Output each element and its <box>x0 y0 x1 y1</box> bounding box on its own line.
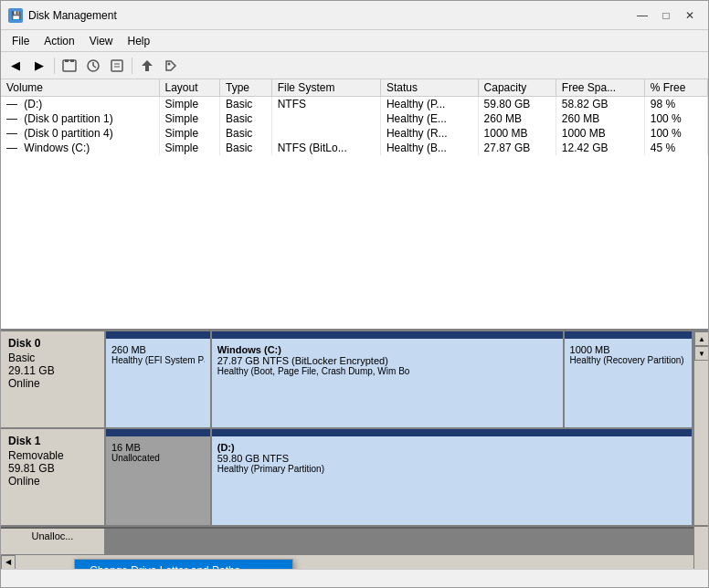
disk0-name: Disk 0 <box>8 337 97 350</box>
table-cell-0-5: 59.80 GB <box>478 97 556 112</box>
title-bar-controls: — □ ✕ <box>631 6 701 25</box>
disk0-partition-2[interactable]: Windows (C:) 27.87 GB NTFS (BitLocker En… <box>212 331 565 427</box>
context-menu: Change Drive Letter and Paths... Eject P… <box>74 559 293 569</box>
svg-rect-2 <box>70 59 74 62</box>
context-menu-item-0[interactable]: Change Drive Letter and Paths... <box>75 560 292 569</box>
col-fs[interactable]: File System <box>271 79 380 97</box>
table-cell-1-0: — (Disk 0 partition 1) <box>1 111 159 126</box>
window-title: Disk Management <box>28 9 631 22</box>
unallocated-label: Unalloc... <box>1 529 106 556</box>
close-button[interactable]: ✕ <box>679 6 701 25</box>
status-bar <box>1 569 708 587</box>
svg-line-5 <box>93 66 96 68</box>
table-cell-2-1: Simple <box>159 126 220 141</box>
table-row[interactable]: — (D:)SimpleBasicNTFSHealthy (P...59.80 … <box>1 97 708 112</box>
menu-file[interactable]: File <box>5 30 37 51</box>
disk1-partition-1[interactable]: 16 MB Unallocated <box>106 429 212 525</box>
table-cell-0-6: 58.82 GB <box>556 97 644 112</box>
table-cell-3-6: 12.42 GB <box>556 141 644 155</box>
table-cell-2-7: 100 % <box>644 126 707 141</box>
disk1-size: 59.81 GB <box>8 462 97 475</box>
col-free[interactable]: Free Spa... <box>556 79 644 97</box>
table-cell-1-5: 260 MB <box>478 111 556 126</box>
main-window: 💾 Disk Management — □ ✕ File Action View… <box>0 0 709 588</box>
unallocated-area <box>106 529 693 554</box>
disk1-state: Online <box>8 475 97 488</box>
disk1-p1-status: Unallocated <box>111 453 205 463</box>
disk0-p2-size: 27.87 GB NTFS (BitLocker Encrypted) <box>217 355 557 366</box>
volume-table: Volume Layout Type File System Status Ca… <box>1 79 708 155</box>
toolbar-sep-2 <box>132 58 132 74</box>
scroll-down-btn[interactable]: ▼ <box>694 346 708 361</box>
col-type[interactable]: Type <box>220 79 272 97</box>
svg-point-9 <box>168 62 171 65</box>
disk0-p3-size: 1000 MB <box>570 344 686 355</box>
table-cell-2-5: 1000 MB <box>478 126 556 141</box>
disk0-partition-1[interactable]: 260 MB Healthy (EFI System Par <box>106 331 212 427</box>
table-cell-3-5: 27.87 GB <box>478 141 556 155</box>
table-cell-0-7: 98 % <box>644 97 707 112</box>
table-cell-0-0: — (D:) <box>1 97 159 112</box>
table-cell-2-2: Basic <box>220 126 272 141</box>
menu-view[interactable]: View <box>82 30 121 51</box>
disk0-partition-3[interactable]: 1000 MB Healthy (Recovery Partition) <box>565 331 693 427</box>
disk1-name: Disk 1 <box>8 435 97 447</box>
table-cell-3-0: — Windows (C:) <box>1 141 159 155</box>
col-capacity[interactable]: Capacity <box>478 79 556 97</box>
unallocated-text: Unalloc... <box>32 530 74 541</box>
disk0-label: Disk 0 Basic 29.11 GB Online <box>1 331 106 427</box>
table-cell-2-0: — (Disk 0 partition 4) <box>1 126 159 141</box>
toolbar-back[interactable]: ◀ <box>5 55 26 77</box>
table-cell-3-3: NTFS (BitLo... <box>271 141 380 155</box>
menu-action[interactable]: Action <box>37 30 81 51</box>
disk0-row: Disk 0 Basic 29.11 GB Online 260 MB Heal… <box>1 331 708 429</box>
table-cell-1-1: Simple <box>159 111 220 126</box>
toolbar-btn3[interactable] <box>106 55 128 77</box>
table-cell-1-3 <box>271 111 380 126</box>
col-pct[interactable]: % Free <box>644 79 707 97</box>
maximize-button[interactable]: □ <box>655 6 677 25</box>
table-cell-1-7: 100 % <box>644 111 707 126</box>
table-row[interactable]: — Windows (C:)SimpleBasicNTFS (BitLo...H… <box>1 141 708 155</box>
menu-help[interactable]: Help <box>121 30 158 51</box>
disk1-p1-size: 16 MB <box>111 442 205 453</box>
col-layout[interactable]: Layout <box>159 79 220 97</box>
table-cell-1-4: Healthy (E... <box>380 111 478 126</box>
disk0-size: 29.11 GB <box>8 364 97 377</box>
table-cell-3-1: Simple <box>159 141 220 155</box>
disk1-p2-status: Healthy (Primary Partition) <box>217 464 686 474</box>
disk0-p1-status: Healthy (EFI System Par <box>111 355 205 365</box>
scroll-up-btn[interactable]: ▲ <box>694 331 708 346</box>
toolbar-btn4[interactable] <box>136 55 158 77</box>
svg-rect-6 <box>111 60 122 71</box>
toolbar-btn1[interactable] <box>58 55 80 77</box>
table-row[interactable]: — (Disk 0 partition 4)SimpleBasicHealthy… <box>1 126 708 141</box>
table-cell-3-4: Healthy (B... <box>380 141 478 155</box>
toolbar-forward[interactable]: ▶ <box>28 55 50 77</box>
disk0-type: Basic <box>8 352 97 364</box>
title-bar: 💾 Disk Management — □ ✕ <box>1 1 708 30</box>
disk1-partitions: 16 MB Unallocated (D:) 59.80 GB NTFS Hea… <box>106 429 693 525</box>
table-cell-0-1: Simple <box>159 97 220 112</box>
col-status[interactable]: Status <box>380 79 478 97</box>
col-volume[interactable]: Volume <box>1 79 159 97</box>
toolbar: ◀ ▶ <box>1 52 708 79</box>
unallocated-row: Unalloc... <box>1 527 708 554</box>
disk0-state: Online <box>8 377 97 390</box>
table-row[interactable]: — (Disk 0 partition 1)SimpleBasicHealthy… <box>1 111 708 126</box>
minimize-button[interactable]: — <box>631 6 653 25</box>
disk1-p2-size: 59.80 GB NTFS <box>217 453 686 464</box>
table-cell-3-7: 45 % <box>644 141 707 155</box>
toolbar-sep-1 <box>54 58 55 74</box>
toolbar-btn5[interactable] <box>160 55 182 77</box>
disk1-partition-2[interactable]: (D:) 59.80 GB NTFS Healthy (Primary Part… <box>212 429 693 525</box>
volume-table-panel: Volume Layout Type File System Status Ca… <box>1 79 708 331</box>
table-cell-1-6: 260 MB <box>556 111 644 126</box>
disk-map-panel: Disk 0 Basic 29.11 GB Online 260 MB Heal… <box>1 331 708 569</box>
disk1-row: Disk 1 Removable 59.81 GB Online 16 MB U… <box>1 429 708 527</box>
table-cell-0-3: NTFS <box>271 97 380 112</box>
toolbar-btn2[interactable] <box>82 55 104 77</box>
table-cell-1-2: Basic <box>220 111 272 126</box>
scroll-left-btn[interactable]: ◀ <box>1 555 16 570</box>
table-cell-2-3 <box>271 126 380 141</box>
